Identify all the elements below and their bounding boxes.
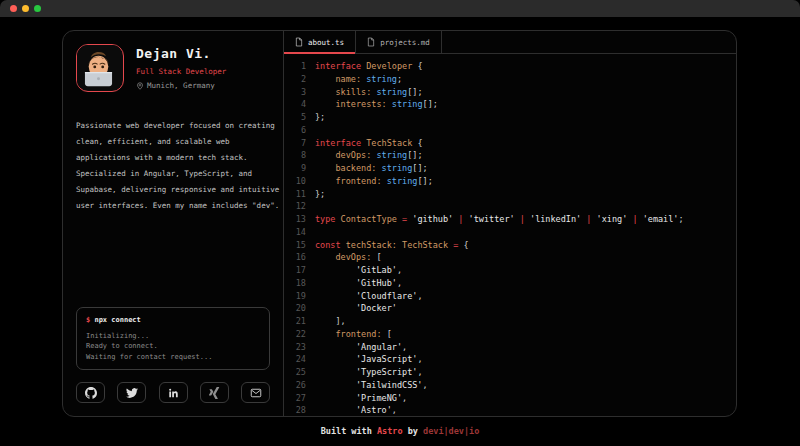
tab-about-ts[interactable]: about.ts (284, 31, 356, 53)
code-line: 22 frontend: [ (290, 328, 736, 341)
footer-prefix: Built with (321, 426, 377, 436)
terminal-command: $ npx connect (86, 316, 260, 324)
line-number: 9 (290, 162, 306, 175)
line-number: 24 (290, 353, 306, 366)
minimize-window-button[interactable] (22, 5, 29, 12)
file-icon (295, 37, 303, 47)
line-number: 4 (290, 98, 306, 111)
code-line: 27 'PrimeNG', (290, 392, 736, 405)
github-button[interactable] (76, 382, 105, 403)
line-number: 14 (290, 226, 306, 239)
code-line: 14 (290, 226, 736, 239)
portfolio-card: Dejan Vi. Full Stack Developer Munich, G… (62, 30, 737, 417)
code-line: 5}; (290, 111, 736, 124)
line-number: 17 (290, 264, 306, 277)
code-line: 12 (290, 200, 736, 213)
tab-projects-md[interactable]: projects.md (356, 31, 442, 53)
line-number: 7 (290, 137, 306, 150)
code-line: 19 'Cloudflare', (290, 290, 736, 303)
terminal-command-text: npx connect (90, 316, 141, 324)
profile-header: Dejan Vi. Full Stack Developer Munich, G… (76, 44, 270, 92)
line-number: 16 (290, 251, 306, 264)
code-line: 25 'TypeScript', (290, 366, 736, 379)
memoji-avatar-icon (77, 45, 120, 88)
profile-identity: Dejan Vi. Full Stack Developer Munich, G… (136, 44, 226, 92)
footer-middle: by (403, 426, 423, 436)
connect-terminal: $ npx connect Initializing... Ready to c… (76, 307, 270, 371)
footer-site-link[interactable]: devi|dev|io (423, 426, 479, 436)
line-number: 11 (290, 188, 306, 201)
code-line: 15const techStack: TechStack = { (290, 239, 736, 252)
code-line: 2 name: string; (290, 73, 736, 86)
code-line: 24 'JavaScript', (290, 353, 736, 366)
line-number: 3 (290, 86, 306, 99)
location-pin-icon (136, 82, 144, 90)
line-number: 12 (290, 200, 306, 213)
window-titlebar (0, 0, 800, 17)
line-number: 2 (290, 73, 306, 86)
line-number: 18 (290, 277, 306, 290)
line-number: 13 (290, 213, 306, 226)
profile-location: Munich, Germany (136, 81, 226, 90)
line-number: 27 (290, 392, 306, 405)
linkedin-icon (167, 387, 180, 399)
avatar (76, 44, 124, 92)
file-icon (367, 37, 375, 47)
code-line: 13type ContactType = 'github' | 'twitter… (290, 213, 736, 226)
editor-tabbar: about.ts projects.md (284, 31, 736, 54)
code-line: 23 'Angular', (290, 341, 736, 354)
xing-icon (208, 387, 220, 399)
line-number: 1 (290, 60, 306, 73)
site-footer: Built with Astro by devi|dev|io (0, 426, 800, 436)
code-editor: about.ts projects.md 1interface Develope… (284, 31, 736, 416)
line-number: 20 (290, 302, 306, 315)
code-line: 21 ], (290, 315, 736, 328)
code-line: 3 skills: string[]; (290, 86, 736, 99)
close-window-button[interactable] (10, 5, 17, 12)
line-number: 28 (290, 404, 306, 416)
profile-role: Full Stack Developer (136, 67, 226, 76)
code-line: 6 (290, 124, 736, 137)
twitter-button[interactable] (117, 382, 146, 403)
code-line: 17 'GitLab', (290, 264, 736, 277)
code-line: 8 devOps: string[]; (290, 149, 736, 162)
code-line: 1interface Developer { (290, 60, 736, 73)
tab-label: about.ts (308, 38, 344, 47)
code-line: 11}; (290, 188, 736, 201)
code-line: 26 'TailwindCSS', (290, 379, 736, 392)
line-number: 8 (290, 149, 306, 162)
line-number: 15 (290, 239, 306, 252)
code-line: 4 interests: string[]; (290, 98, 736, 111)
spacer (76, 214, 270, 307)
email-icon (250, 387, 262, 399)
code-line: 18 'GitHub', (290, 277, 736, 290)
email-button[interactable] (241, 382, 270, 403)
code-lines: 1interface Developer {2 name: string;3 s… (284, 54, 736, 416)
line-number: 19 (290, 290, 306, 303)
line-number: 5 (290, 111, 306, 124)
xing-button[interactable] (200, 382, 229, 403)
code-line: 10 frontend: string[]; (290, 175, 736, 188)
maximize-window-button[interactable] (34, 5, 41, 12)
footer-astro-link[interactable]: Astro (377, 426, 403, 436)
code-line: 16 devOps: [ (290, 251, 736, 264)
linkedin-button[interactable] (159, 382, 188, 403)
profile-name: Dejan Vi. (136, 46, 226, 61)
line-number: 23 (290, 341, 306, 354)
page: { "window": { "dot_colors": ["#ff5f57", … (0, 0, 800, 446)
terminal-line: Ready to connect. (86, 341, 260, 352)
line-number: 25 (290, 366, 306, 379)
terminal-line: Initializing... (86, 331, 260, 342)
line-number: 21 (290, 315, 306, 328)
line-number: 6 (290, 124, 306, 137)
code-line: 20 'Docker' (290, 302, 736, 315)
social-links (76, 382, 270, 403)
code-line: 7interface TechStack { (290, 137, 736, 150)
tab-label: projects.md (380, 38, 430, 47)
profile-bio: Passionate web developer focused on crea… (76, 118, 281, 214)
terminal-output: Initializing... Ready to connect. Waitin… (86, 331, 260, 363)
profile-location-text: Munich, Germany (147, 81, 215, 90)
github-icon (85, 387, 97, 399)
code-line: 28 'Astro', (290, 404, 736, 416)
line-number: 22 (290, 328, 306, 341)
